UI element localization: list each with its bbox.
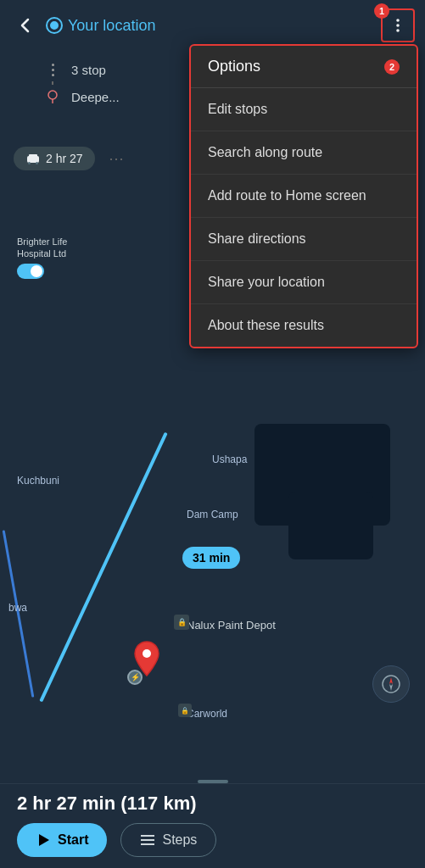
- nalux-icon: 🔒: [174, 615, 189, 630]
- dropdown-item-about-results[interactable]: About these results: [191, 304, 417, 347]
- dropdown-item-edit-stops[interactable]: Edit stops: [191, 88, 417, 131]
- map-label-ushapa: Ushapa: [212, 453, 247, 465]
- stop-1-label: 3 stop: [71, 63, 106, 77]
- distance-text: 2 hr 27 min (117 km): [17, 793, 197, 815]
- stop-dots-icon: [44, 61, 61, 78]
- badge-1: 1: [374, 3, 389, 19]
- compass-button[interactable]: [372, 665, 410, 703]
- stop-pin-icon: [44, 88, 61, 105]
- location-dot: [48, 19, 61, 32]
- duration-badge: 31 min: [182, 547, 240, 569]
- svg-point-7: [48, 91, 57, 99]
- svg-point-0: [143, 649, 151, 658]
- transport-more-icon: ⋯: [109, 149, 124, 168]
- dropdown-menu: Options 2 Edit stops Search along route …: [189, 44, 418, 348]
- location-marker-icon: ⚡: [127, 670, 143, 685]
- svg-point-11: [36, 162, 38, 164]
- dropdown-item-search-route[interactable]: Search along route: [191, 131, 417, 175]
- map-label-carworld: Carworld: [187, 708, 227, 720]
- map-label-dam-camp: Dam Camp: [187, 509, 238, 520]
- badge-2: 2: [384, 59, 400, 75]
- start-button[interactable]: Start: [17, 823, 107, 857]
- top-nav: Your location 1: [0, 0, 425, 51]
- map-label-kuchbuni: Kuchbuni: [17, 475, 59, 487]
- drag-handle: [198, 780, 228, 783]
- svg-marker-3: [389, 684, 393, 691]
- hospital-label: Brighter Life Hospital Ltd: [17, 236, 67, 279]
- more-button-container: 1: [381, 8, 415, 42]
- steps-button[interactable]: Steps: [120, 823, 216, 857]
- duration-text: 2 hr 27: [46, 152, 83, 165]
- steps-label: Steps: [162, 832, 197, 848]
- bottom-bar: 2 hr 27 min (117 km) Start Steps: [0, 783, 425, 868]
- dropdown-item-share-location[interactable]: Share your location: [191, 261, 417, 304]
- dropdown-item-add-home[interactable]: Add route to Home screen: [191, 175, 417, 218]
- svg-point-10: [28, 162, 31, 164]
- stop-2-label: Deepe...: [71, 90, 120, 104]
- svg-point-5: [396, 24, 400, 27]
- start-label: Start: [58, 832, 88, 848]
- bottom-actions: Start Steps: [17, 823, 216, 857]
- svg-marker-12: [39, 834, 49, 846]
- carworld-icon: 🔒: [178, 704, 192, 717]
- map-label-nalux: Nalux Paint Depot: [187, 619, 276, 632]
- dropdown-item-share-directions[interactable]: Share directions: [191, 218, 417, 261]
- svg-marker-2: [389, 677, 393, 684]
- svg-point-6: [396, 29, 400, 32]
- back-button[interactable]: [10, 10, 41, 41]
- land-mass-2: [288, 492, 373, 559]
- svg-rect-9: [29, 154, 37, 158]
- location-label: Your location: [68, 17, 381, 35]
- map-label-bwa: bwa: [8, 602, 27, 614]
- svg-point-4: [396, 19, 400, 22]
- dropdown-header: Options 2: [191, 46, 417, 88]
- transport-pill-car[interactable]: 2 hr 27: [14, 147, 95, 170]
- dropdown-title: Options: [208, 58, 260, 75]
